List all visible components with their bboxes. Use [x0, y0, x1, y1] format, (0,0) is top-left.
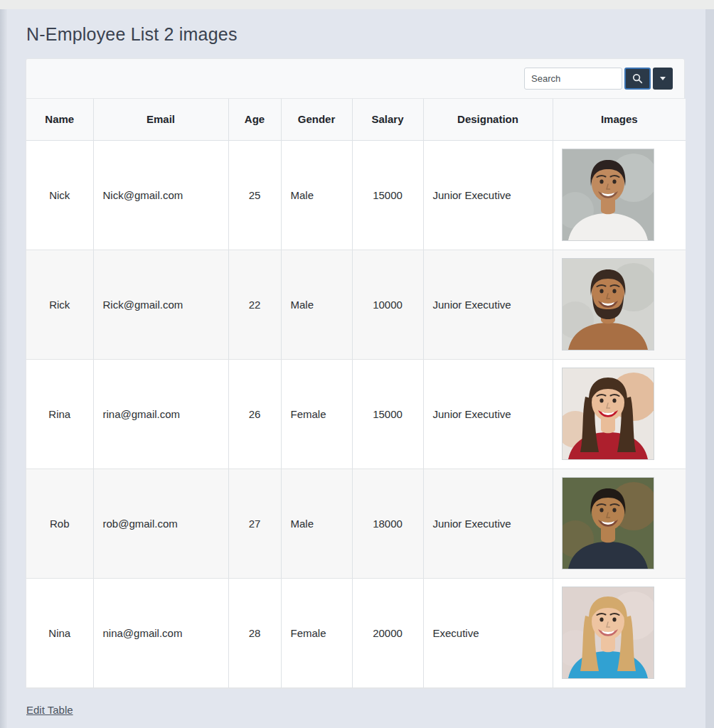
cell-age: 22	[228, 250, 281, 359]
table-row: Rina rina@gmail.com 26 Female 15000 Juni…	[26, 359, 686, 469]
employee-photo	[562, 368, 654, 460]
left-edge-shadow	[0, 9, 7, 728]
cell-image	[553, 250, 686, 359]
column-header-designation: Designation	[423, 99, 553, 140]
column-header-age: Age	[228, 99, 281, 140]
cell-age: 26	[228, 359, 281, 469]
table-row: Nina nina@gmail.com 28 Female 20000 Exec…	[26, 578, 686, 687]
window-top-strip	[0, 0, 714, 9]
cell-designation: Junior Executive	[423, 250, 553, 359]
page-content: N-Employee List 2 images	[26, 23, 685, 717]
cell-email: nina@gmail.com	[93, 578, 228, 687]
search-group	[524, 68, 673, 90]
table-toolbar	[26, 59, 684, 99]
cell-salary: 20000	[352, 578, 423, 687]
cell-image	[553, 469, 686, 578]
cell-image	[553, 359, 686, 469]
cell-designation: Junior Executive	[423, 359, 553, 469]
column-header-email: Email	[93, 99, 228, 140]
cell-salary: 15000	[352, 359, 423, 469]
search-input[interactable]	[524, 68, 622, 90]
vertical-scrollbar[interactable]	[705, 9, 714, 728]
cell-name: Rick	[26, 250, 93, 359]
cell-image	[553, 578, 686, 687]
table-header-row: Name Email Age Gender Salary Designation…	[26, 99, 686, 140]
cell-salary: 15000	[352, 140, 423, 250]
employee-list-card: Name Email Age Gender Salary Designation…	[26, 58, 685, 689]
column-header-salary: Salary	[352, 99, 423, 140]
cell-email: rob@gmail.com	[93, 469, 228, 578]
cell-salary: 18000	[352, 469, 423, 578]
column-header-images: Images	[553, 99, 686, 140]
cell-name: Nina	[26, 578, 93, 687]
employee-photo	[562, 149, 654, 241]
cell-gender: Male	[281, 140, 352, 250]
column-header-name: Name	[26, 99, 93, 140]
cell-gender: Female	[281, 359, 352, 469]
cell-name: Rob	[26, 469, 93, 578]
table-row: Rick Rick@gmail.com 22 Male 10000 Junior…	[26, 250, 686, 359]
cell-designation: Junior Executive	[423, 140, 553, 250]
page-title: N-Employee List 2 images	[26, 24, 685, 45]
employee-photo	[562, 258, 654, 350]
search-icon	[632, 73, 643, 84]
table-row: Nick Nick@gmail.com 25 Male 15000 Junior…	[26, 140, 686, 250]
cell-gender: Male	[281, 250, 352, 359]
employee-photo	[562, 587, 654, 679]
employee-table: Name Email Age Gender Salary Designation…	[26, 99, 686, 688]
edit-table-link[interactable]: Edit Table	[26, 704, 73, 716]
caret-down-icon	[660, 77, 666, 80]
cell-email: Nick@gmail.com	[93, 140, 228, 250]
employee-photo	[562, 477, 654, 569]
cell-email: rina@gmail.com	[93, 359, 228, 469]
cell-name: Nick	[26, 140, 93, 250]
cell-gender: Female	[281, 578, 352, 687]
search-options-dropdown-button[interactable]	[653, 68, 673, 90]
cell-designation: Junior Executive	[423, 469, 553, 578]
cell-age: 25	[228, 140, 281, 250]
cell-gender: Male	[281, 469, 352, 578]
cell-email: Rick@gmail.com	[93, 250, 228, 359]
table-row: Rob rob@gmail.com 27 Male 18000 Junior E…	[26, 469, 686, 578]
cell-age: 28	[228, 578, 281, 687]
cell-age: 27	[228, 469, 281, 578]
cell-salary: 10000	[352, 250, 423, 359]
column-header-gender: Gender	[281, 99, 352, 140]
cell-designation: Executive	[423, 578, 553, 687]
cell-image	[553, 140, 686, 250]
cell-name: Rina	[26, 359, 93, 469]
search-button[interactable]	[624, 68, 651, 90]
